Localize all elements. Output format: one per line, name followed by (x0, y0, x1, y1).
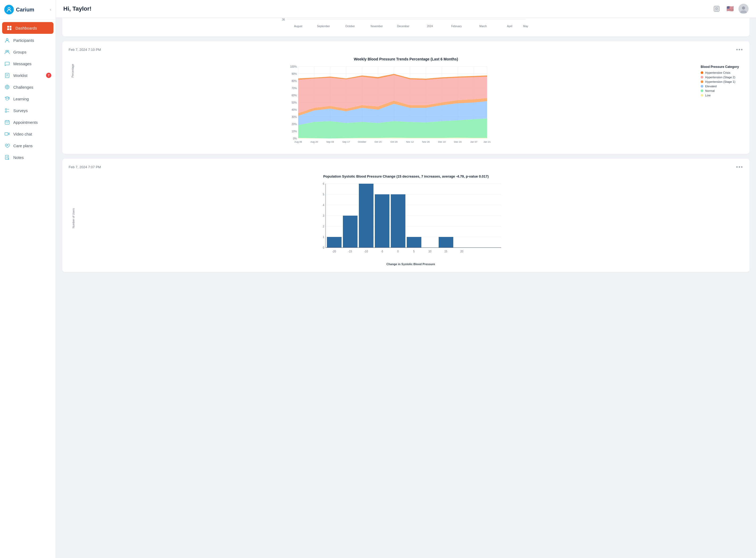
svg-text:Nov 12: Nov 12 (406, 141, 414, 143)
svg-point-14 (7, 87, 8, 87)
svg-text:Nov 26: Nov 26 (422, 141, 430, 143)
svg-rect-32 (714, 6, 719, 11)
svg-point-26 (7, 123, 7, 123)
legend-elevated: Elevated (701, 85, 743, 88)
svg-text:Dec 24: Dec 24 (454, 141, 462, 143)
card2-menu-button[interactable]: ••• (736, 164, 743, 170)
svg-text:20%: 20% (292, 123, 297, 126)
svg-text:Aug 20: Aug 20 (310, 141, 318, 143)
sidebar-item-challenges[interactable]: Challenges (0, 81, 56, 93)
card2-header: Feb 7, 2024 7:07 PM ••• (69, 164, 743, 170)
sidebar-item-worklist[interactable]: Worklist 7 (0, 70, 56, 81)
sidebar-item-video-chat[interactable]: Video chat (0, 128, 56, 140)
legend-label-hypertension-stage1: Hypertension (Stage 1) (705, 80, 735, 83)
settings-icon[interactable] (712, 4, 722, 14)
sidebar-item-messages[interactable]: Messages (0, 58, 56, 70)
card2-timestamp: Feb 7, 2024 7:07 PM (69, 165, 101, 169)
dashboards-icon (6, 25, 12, 31)
sidebar-item-care-plans[interactable]: Care plans (0, 140, 56, 151)
svg-text:10: 10 (428, 250, 431, 253)
sidebar-item-surveys[interactable]: Surveys (0, 105, 56, 116)
svg-text:May: May (523, 25, 528, 28)
topbar: Hi, Taylor! 🇺🇸 (56, 0, 756, 18)
bar-5 (407, 237, 421, 248)
legend-label-hypertensive-crisis: Hypertensive Crisis (705, 71, 730, 74)
notes-icon (4, 154, 10, 160)
sidebar-item-worklist-label: Worklist (13, 73, 27, 78)
care-plans-icon (4, 143, 10, 149)
card1-chart-wrap: Percentage (69, 64, 743, 148)
svg-text:5: 5 (413, 250, 415, 253)
svg-text:March: March (479, 25, 487, 28)
svg-rect-22 (5, 121, 9, 124)
svg-text:3: 3 (323, 214, 324, 217)
challenges-icon (4, 84, 10, 90)
svg-text:10%: 10% (292, 130, 297, 133)
partial-card: August September October November Decemb… (62, 18, 750, 36)
legend-label-low: Low (705, 94, 710, 97)
logo-icon (4, 5, 14, 15)
svg-text:50%: 50% (292, 101, 297, 104)
sidebar-item-groups[interactable]: Groups (0, 46, 56, 58)
sidebar-item-dashboards[interactable]: Dashboards (2, 22, 53, 34)
sidebar-item-participants[interactable]: Participants (0, 34, 56, 46)
worklist-icon (4, 72, 10, 78)
svg-text:36: 36 (282, 18, 285, 21)
sidebar-item-notes-label: Notes (13, 155, 24, 160)
legend-dot-hypertension-stage2 (701, 76, 703, 79)
svg-text:Jan 21: Jan 21 (483, 141, 490, 143)
legend-hypertensive-crisis: Hypertensive Crisis (701, 71, 743, 74)
svg-text:Sep 17: Sep 17 (342, 141, 350, 143)
bar--20 (327, 237, 342, 248)
user-avatar[interactable] (738, 4, 749, 14)
svg-text:-10: -10 (364, 250, 368, 253)
surveys-icon (4, 107, 10, 113)
sidebar-item-appointments[interactable]: Appointments (0, 116, 56, 128)
worklist-badge: 7 (46, 73, 51, 78)
sidebar-item-video-chat-label: Video chat (13, 132, 32, 136)
svg-text:Oct 29: Oct 29 (390, 141, 398, 143)
bp-trends-card: Feb 7, 2024 7:10 PM ••• Weekly Blood Pre… (62, 41, 750, 154)
svg-rect-27 (5, 133, 8, 135)
svg-rect-34 (717, 7, 718, 8)
sidebar: Carium ‹ Dashboards Participant (0, 0, 56, 558)
svg-rect-19 (5, 111, 7, 112)
language-flag[interactable]: 🇺🇸 (725, 4, 735, 14)
svg-text:2: 2 (323, 225, 324, 228)
svg-marker-101 (298, 119, 487, 138)
legend-label-hypertension-stage2: Hypertension (Stage 2) (705, 76, 735, 79)
svg-text:Jan 07: Jan 07 (470, 141, 477, 143)
content-area: August September October November Decemb… (56, 18, 756, 558)
area-chart-svg: 0% 10% 20% 30% 40% 50% 60% 70% 80% 90% 1… (81, 64, 696, 146)
svg-text:20: 20 (460, 250, 463, 253)
sidebar-item-participants-label: Participants (13, 38, 34, 43)
groups-icon (4, 49, 10, 55)
svg-text:90%: 90% (292, 72, 297, 75)
svg-text:Sep 03: Sep 03 (326, 141, 334, 143)
svg-text:2024: 2024 (427, 25, 433, 28)
learning-icon (4, 96, 10, 102)
svg-text:60%: 60% (292, 94, 297, 97)
legend-dot-elevated (701, 85, 703, 87)
svg-text:Aug 06: Aug 06 (295, 141, 302, 143)
svg-text:5: 5 (323, 193, 324, 196)
svg-text:0: 0 (323, 246, 324, 249)
bar-15 (439, 237, 453, 248)
svg-rect-33 (715, 7, 717, 8)
legend-label-normal: Normal (705, 89, 714, 92)
svg-text:100%: 100% (290, 65, 297, 68)
svg-text:October: October (345, 25, 355, 28)
svg-rect-18 (5, 109, 7, 110)
appointments-icon (4, 119, 10, 125)
sidebar-item-notes[interactable]: Notes (0, 151, 56, 163)
sidebar-item-learning[interactable]: Learning (0, 93, 56, 105)
card1-menu-button[interactable]: ••• (736, 47, 743, 53)
svg-text:December: December (397, 25, 410, 28)
messages-icon (4, 61, 10, 67)
svg-rect-4 (9, 28, 11, 30)
collapse-button[interactable]: ‹ (50, 7, 51, 12)
svg-point-38 (742, 6, 745, 9)
card2-hist-svg-wrap: 0 1 2 3 4 5 6 (78, 181, 743, 266)
sidebar-item-messages-label: Messages (13, 61, 31, 66)
svg-text:1: 1 (323, 236, 324, 238)
